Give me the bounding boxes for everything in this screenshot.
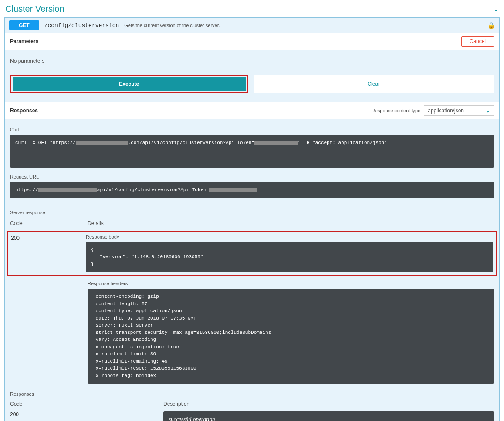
method-badge: GET <box>9 20 39 30</box>
schema-code-header: Code <box>10 401 163 407</box>
responses-schema-label: Responses <box>5 387 499 399</box>
schema-desc-header: Description <box>163 401 494 407</box>
action-buttons: Execute Clear <box>5 75 499 102</box>
curl-section: Curl curl -X GET "https:// .com/api/v1/c… <box>10 127 494 168</box>
operation-container: GET /config/clusterversion Gets the curr… <box>4 17 500 421</box>
execute-highlight: Execute <box>10 75 248 93</box>
response-body-section: Response body { "version": "1.148.0.2018… <box>86 234 493 273</box>
content-type-select[interactable]: application/json ⌄ <box>424 105 494 116</box>
curl-code[interactable]: curl -X GET "https:// .com/api/v1/config… <box>10 135 494 168</box>
response-headers-row: Response headers content-encoding: gzip … <box>5 279 499 387</box>
content-type-label: Response content type <box>372 108 421 113</box>
code-column-header: Code <box>10 220 88 226</box>
operation-description: Gets the current version of the cluster … <box>124 23 220 28</box>
response-table-header: Code Details <box>5 219 499 231</box>
response-body-code[interactable]: { "version": "1.148.0.20180606-193059" } <box>86 242 493 273</box>
chevron-down-icon[interactable]: ⌄ <box>493 5 499 13</box>
response-area: Curl curl -X GET "https:// .com/api/v1/c… <box>5 119 499 208</box>
live-response-row: 200 Response body { "version": "1.148.0.… <box>11 234 493 273</box>
operation-header[interactable]: GET /config/clusterversion Gets the curr… <box>5 18 499 33</box>
response-headers-label: Response headers <box>88 281 494 286</box>
response-headers-code[interactable]: content-encoding: gzip content-length: 5… <box>88 289 494 384</box>
server-response-label: Server response <box>5 208 499 219</box>
response-headers-section: Response headers content-encoding: gzip … <box>88 281 494 384</box>
schema-code: 200 <box>10 411 163 421</box>
success-description: successful operation <box>163 411 494 421</box>
response-code: 200 <box>11 234 86 273</box>
content-type-value: application/json <box>428 108 464 114</box>
no-parameters-text: No parameters <box>5 50 499 75</box>
curl-label: Curl <box>10 127 494 132</box>
details-column-header: Details <box>88 220 494 226</box>
parameters-bar: Parameters Cancel <box>5 33 499 50</box>
execute-button[interactable]: Execute <box>13 77 246 91</box>
request-url-section: Request URL https:// api/v1/config/clust… <box>10 174 494 198</box>
lock-icon[interactable]: 🔒 <box>487 22 495 29</box>
content-type-group: Response content type application/json ⌄ <box>372 105 494 116</box>
responses-bar: Responses Response content type applicat… <box>5 102 499 119</box>
parameters-label: Parameters <box>10 38 38 44</box>
operation-path: /config/clusterversion <box>44 22 119 29</box>
chevron-down-icon: ⌄ <box>486 108 490 114</box>
responses-label: Responses <box>10 108 38 114</box>
request-url-label: Request URL <box>10 174 494 179</box>
section-header[interactable]: Cluster Version ⌄ <box>4 2 500 17</box>
schema-row: 200 successful operation Example Value |… <box>5 411 499 421</box>
cancel-button[interactable]: Cancel <box>461 36 494 47</box>
section-title: Cluster Version <box>5 4 64 14</box>
schema-table-header: Code Description <box>5 399 499 411</box>
response-body-label: Response body <box>86 234 493 239</box>
request-url-code[interactable]: https:// api/v1/config/clusterversion?Ap… <box>10 182 494 198</box>
schema-details: successful operation Example Value | Mod… <box>163 411 494 421</box>
clear-button[interactable]: Clear <box>254 75 494 93</box>
live-response-highlight: 200 Response body { "version": "1.148.0.… <box>7 231 497 276</box>
